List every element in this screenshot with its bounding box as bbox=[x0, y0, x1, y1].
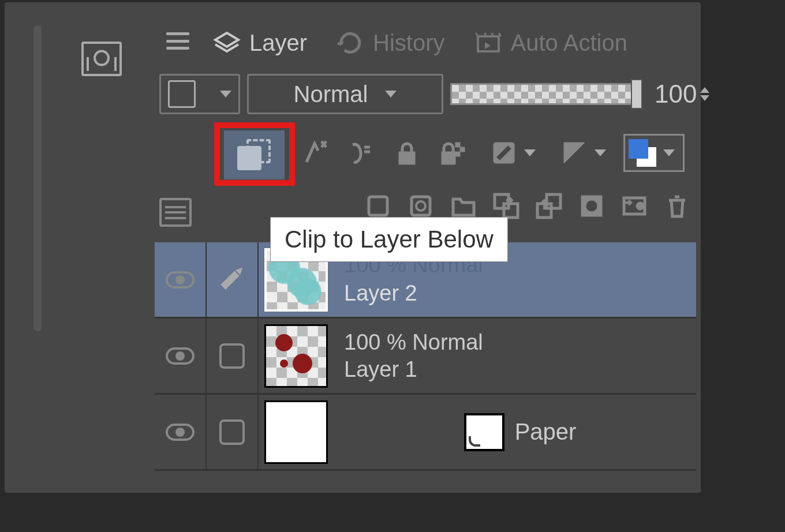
chevron-down-icon bbox=[595, 149, 606, 156]
layer-item-paper[interactable]: Paper bbox=[155, 395, 696, 471]
svg-rect-7 bbox=[369, 197, 387, 215]
thumbnail-paper bbox=[264, 400, 328, 464]
pose-tool-button[interactable] bbox=[74, 36, 129, 82]
layer-color-dropdown[interactable] bbox=[623, 134, 685, 172]
set-reference-layer-button[interactable] bbox=[298, 136, 331, 170]
create-mask-button[interactable] bbox=[618, 189, 651, 223]
edit-indicator[interactable] bbox=[207, 395, 259, 469]
tab-history-label: History bbox=[373, 30, 444, 56]
layer-action-icons bbox=[298, 134, 685, 172]
opacity-value-stepper[interactable]: 100 bbox=[655, 80, 709, 108]
transfer-down-button[interactable] bbox=[532, 189, 566, 223]
blend-mode-label: Normal bbox=[294, 81, 368, 107]
draft-layer-button[interactable] bbox=[344, 136, 377, 170]
layers-icon bbox=[212, 31, 241, 56]
visibility-toggle[interactable] bbox=[155, 395, 207, 469]
tab-auto-action[interactable]: Auto Action bbox=[462, 22, 645, 66]
lock-transparent-button[interactable] bbox=[436, 136, 470, 170]
tab-layer[interactable]: Layer bbox=[201, 22, 324, 66]
eye-icon bbox=[166, 424, 195, 441]
ruler-icon bbox=[558, 136, 591, 170]
edit-indicator[interactable] bbox=[207, 319, 259, 393]
mask-dropdown[interactable] bbox=[483, 134, 540, 172]
visibility-toggle[interactable] bbox=[155, 242, 207, 317]
svg-point-9 bbox=[416, 201, 425, 211]
spinner-icon bbox=[700, 87, 709, 101]
svg-rect-2 bbox=[442, 152, 455, 164]
app-frame: Layer History Auto Action Normal bbox=[5, 2, 701, 493]
edit-indicator[interactable] bbox=[207, 242, 259, 317]
clip-to-layer-below-button[interactable] bbox=[224, 130, 285, 179]
square-icon bbox=[168, 80, 196, 108]
chevron-down-icon bbox=[385, 91, 397, 98]
layer-info: 100 % Normal Layer 1 bbox=[334, 319, 696, 393]
svg-rect-8 bbox=[412, 197, 430, 215]
opacity-handle[interactable] bbox=[631, 79, 642, 109]
merge-layer-button[interactable] bbox=[575, 189, 608, 223]
checkbox-icon bbox=[219, 343, 245, 369]
tooltip: Clip to Layer Below bbox=[270, 217, 508, 262]
opacity-slider[interactable] bbox=[450, 83, 641, 105]
blend-mode-dropdown[interactable]: Normal bbox=[247, 74, 443, 114]
tab-history[interactable]: History bbox=[324, 22, 462, 66]
chevron-down-icon bbox=[220, 91, 231, 98]
layer-action-row bbox=[159, 126, 696, 189]
panel-view-dropdown[interactable] bbox=[159, 74, 240, 114]
layer-name: Paper bbox=[515, 419, 577, 445]
svg-rect-4 bbox=[460, 147, 465, 152]
svg-rect-13 bbox=[547, 194, 560, 208]
chevron-down-icon bbox=[524, 149, 536, 156]
color-swatch-icon bbox=[629, 139, 656, 167]
svg-rect-1 bbox=[399, 152, 415, 164]
chevron-down-icon bbox=[663, 149, 675, 156]
sidebar-scroll[interactable] bbox=[33, 25, 42, 331]
pose-icon bbox=[81, 42, 122, 76]
svg-rect-3 bbox=[455, 143, 460, 147]
svg-rect-0 bbox=[478, 36, 499, 51]
svg-point-17 bbox=[636, 202, 644, 210]
checkbox-icon bbox=[219, 419, 245, 445]
ruler-dropdown[interactable] bbox=[553, 134, 611, 172]
lock-layer-button[interactable] bbox=[390, 136, 424, 170]
layer-info: Paper bbox=[334, 395, 696, 469]
eye-icon bbox=[166, 347, 195, 365]
panel-options-button[interactable] bbox=[159, 198, 192, 227]
paper-icon bbox=[464, 413, 504, 451]
layer-name: Layer 1 bbox=[344, 357, 696, 382]
layer-thumbnail[interactable] bbox=[259, 395, 334, 469]
layer-thumbnail[interactable] bbox=[259, 319, 334, 393]
tab-auto-action-label: Auto Action bbox=[511, 30, 627, 56]
panel-tabs: Layer History Auto Action bbox=[201, 22, 645, 66]
visibility-toggle[interactable] bbox=[155, 319, 207, 393]
opacity-value: 100 bbox=[655, 80, 697, 108]
clip-layer-icon bbox=[237, 139, 272, 171]
eye-icon bbox=[166, 271, 195, 289]
layer-panel: Layer History Auto Action Normal bbox=[155, 10, 696, 488]
layer-options-row: Normal 100 bbox=[159, 74, 709, 114]
delete-layer-button[interactable] bbox=[660, 189, 694, 223]
tab-layer-label: Layer bbox=[249, 30, 307, 56]
pencil-icon bbox=[216, 263, 249, 296]
layer-mode: 100 % Normal bbox=[344, 330, 696, 355]
layer-item-layer1[interactable]: 100 % Normal Layer 1 bbox=[155, 319, 696, 395]
mask-icon bbox=[487, 136, 521, 170]
svg-rect-5 bbox=[455, 152, 460, 156]
layer-list: 100 % Normal Layer 2 100 % Normal Layer … bbox=[155, 242, 696, 488]
layer-name: Layer 2 bbox=[344, 281, 696, 306]
history-icon bbox=[336, 31, 365, 56]
svg-point-15 bbox=[586, 200, 597, 212]
auto-action-icon bbox=[474, 31, 503, 56]
thumbnail-layer1 bbox=[264, 324, 328, 388]
svg-rect-11 bbox=[504, 204, 518, 218]
tooltip-text: Clip to Layer Below bbox=[285, 226, 494, 253]
panel-menu-icon[interactable] bbox=[166, 32, 189, 50]
